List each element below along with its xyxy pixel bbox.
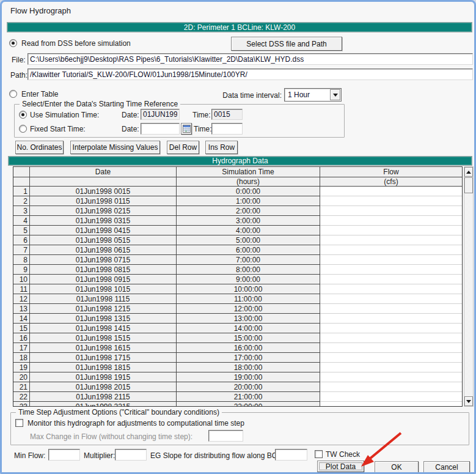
date-cell[interactable]: 01Jun1998 1815 [30,363,177,372]
tw-check-checkbox[interactable] [315,450,323,458]
simulation-time-cell[interactable]: 15:00:00 [177,333,320,343]
fixed-time-field[interactable] [211,123,243,135]
fixed-start-time-radio[interactable] [19,125,27,133]
simulation-time-cell[interactable]: 22:00:00 [177,402,320,407]
flow-cell[interactable] [320,353,462,363]
ins-row-button[interactable]: Ins Row [205,141,238,154]
flow-cell[interactable] [320,314,462,324]
flow-cell[interactable] [320,284,462,294]
table-scrollbar[interactable] [464,166,474,407]
simulation-time-cell[interactable]: 2:00:00 [177,206,320,216]
flow-cell[interactable] [320,206,462,216]
simulation-time-cell[interactable]: 10:00:00 [177,284,320,294]
flow-cell[interactable] [320,216,462,226]
flow-cell[interactable] [320,187,462,196]
data-time-interval-select[interactable]: 1 Hour [284,88,342,102]
enter-table-radio[interactable] [9,90,17,98]
simulation-time-cell[interactable]: 3:00:00 [177,216,320,226]
date-cell[interactable]: 01Jun1998 1315 [30,314,177,324]
simulation-time-cell[interactable]: 21:00:00 [177,392,320,402]
no-ordinates-button[interactable]: No. Ordinates [15,141,64,154]
combo-dropdown-button[interactable] [330,89,340,100]
max-change-field[interactable] [208,430,243,442]
date-cell[interactable]: 01Jun1998 1615 [30,343,177,353]
file-path-input[interactable] [27,53,473,65]
scrollbar-thumb[interactable] [464,177,473,193]
simulation-time-cell[interactable]: 8:00:00 [177,265,320,275]
ok-button[interactable]: OK [375,461,419,473]
flow-cell[interactable] [320,372,462,382]
date-cell[interactable]: 01Jun1998 2115 [30,392,177,402]
date-cell[interactable]: 01Jun1998 0915 [30,275,177,284]
cancel-button[interactable]: Cancel [423,461,470,473]
simulation-time-cell[interactable]: 0:00:00 [177,187,320,196]
simulation-time-cell[interactable]: 1:00:00 [177,196,320,206]
flow-cell[interactable] [320,333,462,343]
date-cell[interactable]: 01Jun1998 1115 [30,294,177,304]
simulation-time-cell[interactable]: 17:00:00 [177,353,320,363]
date-cell[interactable]: 01Jun1998 1915 [30,372,177,382]
date-cell[interactable]: 01Jun1998 1015 [30,284,177,294]
flow-cell[interactable] [320,294,462,304]
use-simulation-time-radio[interactable] [19,111,27,119]
simulation-time-cell[interactable]: 6:00:00 [177,245,320,255]
flow-cell[interactable] [320,343,462,353]
flow-cell[interactable] [320,275,462,284]
flow-cell[interactable] [320,363,462,372]
simulation-time-cell[interactable]: 9:00:00 [177,275,320,284]
del-row-button[interactable]: Del Row [167,141,199,154]
simulation-time-cell[interactable]: 4:00:00 [177,226,320,235]
date-cell[interactable]: 01Jun1998 0815 [30,265,177,275]
date-cell[interactable]: 01Jun1998 0515 [30,235,177,245]
flow-cell[interactable] [320,402,462,407]
plot-data-button[interactable]: Plot Data [317,461,364,472]
read-from-dss-radio[interactable] [9,39,17,47]
date-cell[interactable]: 01Jun1998 2015 [30,382,177,392]
date-cell[interactable]: 01Jun1998 0315 [30,216,177,226]
date-cell[interactable]: 01Jun1998 0415 [30,226,177,235]
multiplier-field[interactable] [115,449,147,461]
date-cell[interactable]: 01Jun1998 1715 [30,353,177,363]
simulation-time-cell[interactable]: 7:00:00 [177,255,320,265]
date-cell[interactable]: 01Jun1998 0115 [30,196,177,206]
simulation-time-cell[interactable]: 19:00:00 [177,372,320,382]
flow-cell[interactable] [320,226,462,235]
interpolate-missing-values-button[interactable]: Interpolate Missing Values [70,141,160,154]
simulation-time-cell[interactable]: 5:00:00 [177,235,320,245]
simulation-time-cell[interactable]: 18:00:00 [177,363,320,372]
monitor-hydrograph-checkbox[interactable] [15,419,23,427]
flow-cell[interactable] [320,265,462,275]
date-cell[interactable]: 01Jun1998 0715 [30,255,177,265]
date-cell[interactable]: 01Jun1998 2215 [30,402,177,407]
scroll-down-button[interactable] [464,396,473,406]
simulation-time-cell[interactable]: 20:00:00 [177,382,320,392]
hydrograph-table[interactable]: Date Simulation Time Flow (hours) (cfs) … [13,166,463,407]
min-flow-field[interactable] [48,449,80,461]
simulation-time-cell[interactable]: 11:00:00 [177,294,320,304]
flow-cell[interactable] [320,255,462,265]
scroll-up-button[interactable] [464,167,473,177]
flow-cell[interactable] [320,304,462,314]
flow-cell[interactable] [320,245,462,255]
simulation-time-cell[interactable]: 12:00:00 [177,304,320,314]
eg-slope-field[interactable] [275,449,307,461]
flow-cell[interactable] [320,196,462,206]
simulation-time-cell[interactable]: 13:00:00 [177,314,320,324]
date-cell[interactable]: 01Jun1998 0615 [30,245,177,255]
calendar-picker-button[interactable] [181,123,192,135]
date-cell[interactable]: 01Jun1998 1415 [30,324,177,333]
date-cell[interactable]: 01Jun1998 1215 [30,304,177,314]
date-cell[interactable]: 01Jun1998 1515 [30,333,177,343]
simulation-time-cell[interactable]: 14:00:00 [177,324,320,333]
header-flow: Flow [320,167,462,177]
date-cell[interactable]: 01Jun1998 0015 [30,187,177,196]
flow-cell[interactable] [320,235,462,245]
flow-cell[interactable] [320,392,462,402]
flow-cell[interactable] [320,382,462,392]
simulation-time-cell[interactable]: 16:00:00 [177,343,320,353]
flow-cell[interactable] [320,324,462,333]
select-dss-file-button[interactable]: Select DSS file and Path [231,37,342,51]
dss-path-input[interactable] [27,69,473,80]
date-cell[interactable]: 01Jun1998 0215 [30,206,177,216]
fixed-date-field[interactable] [141,123,180,135]
